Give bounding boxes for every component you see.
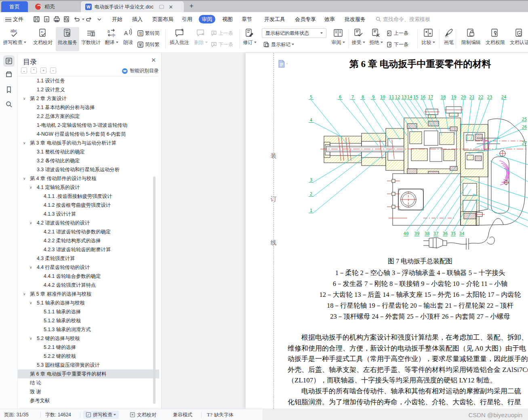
smart-identify-toc[interactable]: 智能识别目录 <box>122 67 159 74</box>
chevron-down-icon[interactable]: ∨ <box>29 263 32 272</box>
menu-效率[interactable]: 效率 <box>324 12 335 26</box>
toc-item[interactable]: 3.1 整机传动比的确定 <box>18 147 159 156</box>
tab-home[interactable]: 首页 <box>1 1 28 12</box>
tab-docer[interactable]: 稻壳 <box>29 1 80 12</box>
toc-item[interactable]: ∨第 5 章 标准件的选择与校核 <box>18 290 159 298</box>
insert-comment-button[interactable]: 插入批注 <box>169 27 190 51</box>
bookmark-panel-icon[interactable] <box>5 86 13 93</box>
document-page[interactable]: 第 6 章 电动扳手中重要零件的材料 567891011121314151617… <box>246 53 528 409</box>
toc-item[interactable]: ∨第 2 章 方案设计 <box>18 94 159 103</box>
toc-item[interactable]: 3.3 谐波齿轮传动和行星轮系运动分析 <box>18 165 159 174</box>
undo-icon[interactable] <box>73 16 80 23</box>
chevron-down-icon[interactable]: ∨ <box>23 290 26 298</box>
show-markup-button[interactable]: 显示标记 <box>263 40 294 49</box>
print-preview-icon[interactable] <box>63 16 70 23</box>
doc-permission-button[interactable]: 文档权限 <box>484 27 507 51</box>
menu-页面布局[interactable]: 页面布局 <box>152 12 173 26</box>
new-tab-button[interactable]: + <box>187 2 196 10</box>
toc-item[interactable]: 4-NGW 行星齿轮传动 5-外套筒 6-内套筒 <box>18 130 159 139</box>
toc-item[interactable]: ∨第 4 章 传动部件的设计与校核 <box>18 174 159 183</box>
word-count-button[interactable]: 字数统计 <box>80 27 102 51</box>
chevron-down-icon[interactable]: ∨ <box>29 218 32 227</box>
ink-button[interactable]: 画笔 <box>442 27 456 51</box>
markup-state-dropdown[interactable]: 显示标记的最终状态 <box>262 28 326 38</box>
toc-item[interactable]: ∨5.1 轴承的选择与校核 <box>18 298 159 307</box>
undo-caret[interactable] <box>82 19 84 20</box>
spell-check-button[interactable]: abc 拼写检查 <box>3 27 26 51</box>
chevron-down-icon[interactable]: ∨ <box>23 174 26 183</box>
toc-item[interactable]: 4.2.1 谐波齿轮传动参数的确定 <box>18 227 159 236</box>
toc-item[interactable]: 致 谢 <box>18 387 159 396</box>
toc-item[interactable]: 结 论 <box>18 378 159 387</box>
hamburger-icon[interactable] <box>5 18 11 22</box>
menu-开始[interactable]: 开始 <box>112 12 122 26</box>
toc-item[interactable]: 5.1.1 轴承的选择 <box>18 307 159 316</box>
toc-item[interactable]: ∨第 3 章 电动扳手的动力与运动分析计算 <box>18 139 159 147</box>
toc-plus-icon[interactable]: + <box>40 67 46 74</box>
restrict-edit-button[interactable]: 限制编辑 <box>460 27 482 51</box>
next-comment-button[interactable]: 下一条 <box>211 40 233 49</box>
toc-item[interactable]: 4.2.2 柔轮结构形式的选择 <box>18 236 159 245</box>
menu-批改服务[interactable]: 批改服务 <box>345 12 366 26</box>
toc-item[interactable]: 3.2 各传动比的确定 <box>18 156 159 165</box>
spell-check-status[interactable]: ✓拼写检查 <box>83 411 119 419</box>
prev-change-button[interactable]: 上一条 <box>386 28 408 38</box>
tab-document[interactable]: W 电动扳手设计 毕业论文.doc 🖵 ✕ <box>81 1 184 13</box>
menu-插入[interactable]: 插入 <box>132 12 143 26</box>
chevron-down-icon[interactable]: ∨ <box>29 334 32 343</box>
toc-item[interactable]: 5.1.2 轴承的校核 <box>18 316 159 325</box>
menu-会员专享[interactable]: 会员专享 <box>295 12 316 26</box>
reject-button[interactable]: 拒绝 <box>369 27 383 51</box>
find-panel-icon[interactable] <box>5 101 13 108</box>
review-panel-button[interactable]: 审阅 <box>330 27 346 51</box>
toc-item[interactable]: 2.2 总体方案的拟定 <box>18 112 159 121</box>
toc-close-icon[interactable]: ✕ <box>151 57 156 64</box>
print-icon[interactable] <box>53 16 60 23</box>
doc-proof-status[interactable]: ✕文档校对 <box>130 409 156 420</box>
toc-item[interactable]: 4.1.3 设计计算 <box>18 210 159 218</box>
tab-close-icon[interactable]: ✕ <box>169 4 173 10</box>
translate-button[interactable]: a中 翻译 <box>103 27 120 51</box>
file-menu[interactable]: 文件 <box>13 12 23 26</box>
toc-collapse-icon[interactable]: ⌃ <box>31 67 37 74</box>
delete-comment-button[interactable]: 删除 <box>192 27 209 51</box>
doc-proof-button[interactable]: a- 文档校对 <box>31 27 55 51</box>
chevron-down-icon[interactable]: ∨ <box>23 139 26 147</box>
toc-item[interactable]: 4.4.1 齿轮啮合参数的确定 <box>18 272 159 281</box>
toc-item[interactable]: 4.4.2 齿轮强度计算特点 <box>18 281 159 290</box>
toc-item[interactable]: ∨4.1 定轴轮系的设计 <box>18 183 159 192</box>
toc-item[interactable]: 5.1.3 轴承的润滑方式 <box>18 325 159 334</box>
toc-scrollbar[interactable] <box>153 176 156 404</box>
chevron-down-icon[interactable]: ∨ <box>23 94 26 103</box>
toc-item[interactable]: 4.2.3 谐波齿轮轮齿的耐磨计算 <box>18 245 159 254</box>
toc-item[interactable]: 4.1.2 按齿根弯曲疲劳强度设计 <box>18 201 159 210</box>
toc-expand-icon[interactable]: ⌄ <box>21 67 27 74</box>
toc-item[interactable]: ∨4.4 行星齿轮传动的设计 <box>18 263 159 272</box>
menu-章节[interactable]: 章节 <box>242 12 252 26</box>
toc-item[interactable]: 5.2.1 键的选择 <box>18 343 159 352</box>
read-aloud-button[interactable]: A 朗读 <box>121 27 135 51</box>
tab-monitor-icon[interactable]: 🖵 <box>159 4 164 10</box>
comments-panel-icon[interactable] <box>5 71 13 78</box>
toc-item[interactable]: ∨5.2 键的选择与校核 <box>18 334 159 343</box>
toc-item[interactable]: 5.2.2 键的校核 <box>18 352 159 361</box>
outline-panel-icon[interactable] <box>5 57 13 65</box>
toc-minus-icon[interactable]: − <box>50 67 56 74</box>
compare-button[interactable]: 比较 <box>420 27 436 51</box>
toc-item[interactable]: 4.3 柔轮强度计算 <box>18 254 159 263</box>
prev-comment-button[interactable]: 上一条 <box>211 28 233 38</box>
simp-to-trad-button[interactable]: 繁简转繁 <box>137 40 160 49</box>
toc-item[interactable]: 1.2 设计意义 <box>18 85 159 94</box>
word-count-indicator[interactable]: 字数: 14624 <box>45 409 71 420</box>
next-change-button[interactable]: 下一条 <box>386 40 408 49</box>
search-command[interactable]: 查找命令、搜索模板 <box>376 12 430 26</box>
menu-视图[interactable]: 视图 <box>222 12 233 26</box>
menu-审阅[interactable]: 审阅 <box>199 15 215 23</box>
menu-开发工具[interactable]: 开发工具 <box>264 12 285 26</box>
toc-item[interactable]: 第 6 章 电动扳手中重要零件的材料 <box>18 370 159 378</box>
toc-item[interactable]: 1.1 设计任务 <box>18 76 159 85</box>
chevron-down-icon[interactable]: ∨ <box>29 298 32 307</box>
doc-certify-button[interactable]: 文档认证 <box>508 27 528 51</box>
correction-service-button[interactable]: 批改服务 <box>56 27 79 51</box>
toc-item[interactable]: 2.1 基本结构的分析与选择 <box>18 103 159 112</box>
